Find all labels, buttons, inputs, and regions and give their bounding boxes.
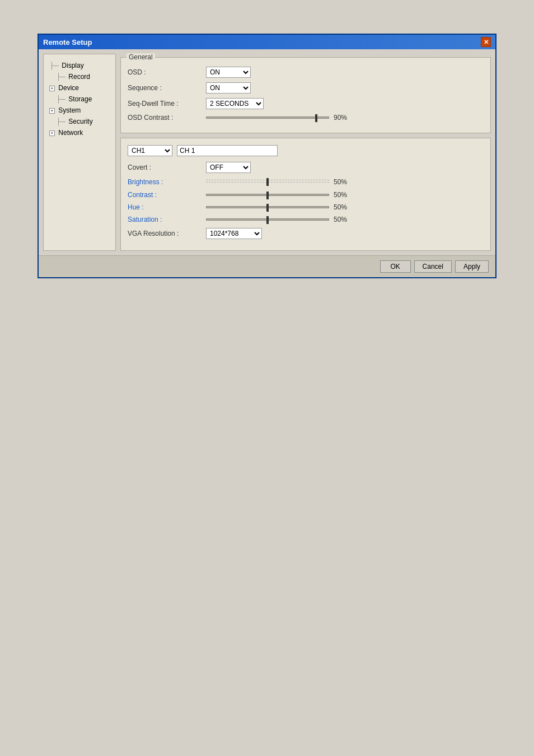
tree-line-security: ├─ bbox=[56, 118, 65, 125]
channel-name-input[interactable] bbox=[177, 145, 278, 156]
sidebar-label-device: Device bbox=[58, 84, 79, 92]
contrast-label: Contrast : bbox=[128, 191, 206, 199]
brightness-label: Brightness : bbox=[128, 178, 206, 186]
vga-select[interactable]: 1024*768 1280*1024 1600*1200 bbox=[206, 228, 262, 239]
osd-label: OSD : bbox=[128, 68, 206, 76]
tree-line-record: ├─ bbox=[56, 73, 65, 81]
brightness-value: 50% bbox=[334, 178, 353, 186]
saturation-label: Saturation : bbox=[128, 216, 206, 223]
saturation-track[interactable] bbox=[206, 218, 329, 221]
sequence-label: Sequence : bbox=[128, 84, 206, 92]
osd-contrast-value: 90% bbox=[334, 114, 353, 122]
close-button[interactable]: ✕ bbox=[481, 37, 491, 47]
saturation-row: Saturation : 50% bbox=[128, 216, 484, 223]
osd-select[interactable]: ON OFF bbox=[206, 67, 251, 78]
contrast-value: 50% bbox=[334, 191, 353, 199]
sequence-row: Sequence : ON OFF bbox=[128, 82, 484, 94]
channel-select[interactable]: CH1 CH2 CH3 CH4 bbox=[128, 145, 172, 156]
vga-label: VGA Resolution : bbox=[128, 230, 206, 237]
sidebar: ├─ Display ├─ Record + Device ├─ Storage… bbox=[43, 54, 116, 251]
saturation-slider-container: 50% bbox=[206, 216, 353, 223]
hue-track[interactable] bbox=[206, 206, 329, 208]
brightness-slider-container: 50% bbox=[206, 178, 353, 186]
ok-button[interactable]: OK bbox=[380, 260, 411, 273]
tree-expand-network[interactable]: + bbox=[49, 130, 55, 136]
covert-select[interactable]: OFF ON bbox=[206, 162, 251, 173]
covert-label: Covert : bbox=[128, 164, 206, 171]
cancel-button[interactable]: Cancel bbox=[414, 260, 452, 273]
sidebar-item-system[interactable]: + System bbox=[46, 105, 113, 116]
tree-line-display: ├─ bbox=[49, 62, 59, 69]
covert-row: Covert : OFF ON bbox=[128, 162, 484, 173]
osd-row: OSD : ON OFF bbox=[128, 67, 484, 78]
seq-dwell-label: Seq-Dwell Time : bbox=[128, 100, 206, 108]
contrast-track[interactable] bbox=[206, 194, 329, 196]
sidebar-item-display[interactable]: ├─ Display bbox=[46, 60, 113, 71]
tree-expand-system[interactable]: + bbox=[49, 108, 55, 114]
vga-row: VGA Resolution : 1024*768 1280*1024 1600… bbox=[128, 228, 484, 239]
title-bar: Remote Setup ✕ bbox=[39, 35, 495, 49]
osd-contrast-track[interactable] bbox=[206, 116, 329, 119]
bottom-bar: OK Cancel Apply bbox=[39, 255, 495, 277]
channel-group: CH1 CH2 CH3 CH4 Covert : OFF ON bbox=[120, 138, 491, 251]
sidebar-label-system: System bbox=[58, 106, 81, 114]
hue-slider-container: 50% bbox=[206, 203, 353, 211]
contrast-row: Contrast : 50% bbox=[128, 191, 484, 199]
sidebar-label-security: Security bbox=[68, 118, 92, 125]
osd-contrast-label: OSD Contrast : bbox=[128, 114, 206, 122]
general-group-label: General bbox=[127, 53, 155, 61]
sidebar-item-network[interactable]: + Network bbox=[46, 127, 113, 138]
sidebar-item-record[interactable]: ├─ Record bbox=[46, 71, 113, 82]
sidebar-item-device[interactable]: + Device bbox=[46, 82, 113, 94]
sidebar-item-storage[interactable]: ├─ Storage bbox=[46, 94, 113, 105]
hue-row: Hue : 50% bbox=[128, 203, 484, 211]
window-title: Remote Setup bbox=[43, 38, 92, 46]
sidebar-item-security[interactable]: ├─ Security bbox=[46, 116, 113, 127]
sequence-select[interactable]: ON OFF bbox=[206, 82, 251, 94]
brightness-row: Brightness : 50% bbox=[128, 178, 484, 186]
sidebar-label-record: Record bbox=[68, 73, 90, 81]
osd-contrast-row: OSD Contrast : 90% bbox=[128, 114, 484, 122]
sidebar-label-storage: Storage bbox=[68, 95, 92, 103]
contrast-slider-container: 50% bbox=[206, 191, 353, 199]
osd-contrast-slider-container: 90% bbox=[206, 114, 353, 122]
tree-line-storage: ├─ bbox=[56, 95, 65, 103]
sidebar-label-network: Network bbox=[58, 129, 83, 137]
sidebar-tree: ├─ Display ├─ Record + Device ├─ Storage… bbox=[46, 58, 113, 141]
hue-label: Hue : bbox=[128, 203, 206, 211]
hue-value: 50% bbox=[334, 203, 353, 211]
main-content: General OSD : ON OFF Sequence : ON OFF bbox=[120, 54, 491, 251]
remote-setup-window: Remote Setup ✕ ├─ Display ├─ Record + De… bbox=[38, 34, 496, 278]
apply-button[interactable]: Apply bbox=[455, 260, 489, 273]
brightness-track-wrapper[interactable] bbox=[206, 178, 329, 186]
saturation-value: 50% bbox=[334, 216, 353, 223]
channel-select-row: CH1 CH2 CH3 CH4 bbox=[128, 145, 484, 156]
tree-expand-device[interactable]: + bbox=[49, 86, 55, 91]
sidebar-label-display: Display bbox=[62, 62, 83, 69]
brightness-thumb bbox=[266, 178, 269, 186]
seq-dwell-select[interactable]: 1 SECOND 2 SECONDS 3 SECONDS 5 SECONDS 1… bbox=[206, 98, 264, 109]
window-body: ├─ Display ├─ Record + Device ├─ Storage… bbox=[39, 49, 495, 255]
seq-dwell-row: Seq-Dwell Time : 1 SECOND 2 SECONDS 3 SE… bbox=[128, 98, 484, 109]
general-group: General OSD : ON OFF Sequence : ON OFF bbox=[120, 57, 491, 133]
